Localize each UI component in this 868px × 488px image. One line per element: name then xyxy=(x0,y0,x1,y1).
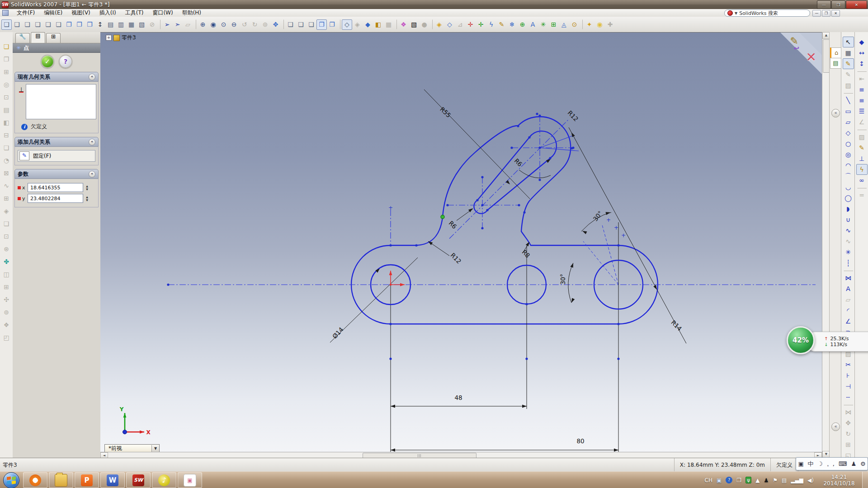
dimension-tool-icon[interactable]: ⊥ xyxy=(856,153,868,164)
ime-icon[interactable]: ☽ xyxy=(817,460,823,467)
vertical-scrollbar[interactable]: ▲ ▼ xyxy=(822,32,830,458)
sketch-tool-icon[interactable]: ⊣ xyxy=(843,381,854,392)
sketch-tool-icon[interactable]: ○ xyxy=(843,138,854,149)
help-button[interactable]: ? xyxy=(59,55,72,68)
toolbar-icon[interactable] xyxy=(394,19,397,29)
sketch-tool-icon[interactable]: ↖ xyxy=(843,37,854,47)
sketch-tool-icon[interactable]: ▭ xyxy=(843,106,854,117)
sketch-canvas[interactable]: ++++R55R12R6R6R12R830°30°Ø14R144880YX xyxy=(100,33,822,452)
sketch-tool-icon[interactable]: ┆ xyxy=(843,258,854,268)
toolbar-icon[interactable]: ❏ xyxy=(1,19,12,30)
dimension-tool-icon[interactable]: = xyxy=(856,190,868,201)
feature-tool-icon[interactable]: ❏ xyxy=(1,40,12,53)
toolbar-icon[interactable]: ⊙ xyxy=(569,19,580,30)
toolbar-icon[interactable]: ◇ xyxy=(342,19,352,30)
ime-icon[interactable]: ♟ xyxy=(851,460,856,467)
toolbar-icon[interactable]: ◉ xyxy=(208,19,218,30)
toolbar-icon[interactable]: ⊚ xyxy=(260,19,270,30)
toolbar-icon[interactable]: A xyxy=(528,19,538,30)
tray-icon[interactable]: ❐ xyxy=(736,477,741,483)
taskbar-app-button[interactable]: SW xyxy=(126,472,151,488)
collapse-chevron-icon[interactable]: « xyxy=(89,139,95,145)
dimension-tool-icon[interactable]: ↔ xyxy=(856,47,868,58)
cancel-sketch-icon[interactable]: ✕ xyxy=(806,50,816,65)
sketch-tool-icon[interactable]: ⊦ xyxy=(843,370,854,381)
feature-tool-icon[interactable]: ⊡ xyxy=(1,91,12,103)
toolbar-icon[interactable]: ▧ xyxy=(409,19,419,30)
sketch-tool-icon[interactable]: ✳ xyxy=(843,247,854,258)
feature-tool-icon[interactable]: ❏ xyxy=(1,217,12,230)
sketch-tool-icon[interactable]: ✎ xyxy=(843,69,854,80)
sketch-tool-icon[interactable]: ▦ xyxy=(843,47,854,58)
toolbar-icon[interactable]: ❏ xyxy=(53,19,64,30)
feature-tool-icon[interactable]: ❏ xyxy=(1,141,12,154)
feature-tool-icon[interactable]: ⊞ xyxy=(1,192,12,205)
toolbar-icon[interactable]: ❏ xyxy=(306,19,316,30)
tray-icon[interactable]: ▣ xyxy=(717,477,722,483)
child-restore-button[interactable]: ❐ xyxy=(822,10,830,17)
toolbar-icon[interactable]: ➢ xyxy=(162,19,172,30)
toolbar-icon[interactable]: ⊙ xyxy=(218,19,229,30)
menu-item[interactable]: 帮助(H) xyxy=(178,9,206,17)
toolbar-icon[interactable]: ● xyxy=(419,19,429,30)
ime-icon[interactable]: ⌨ xyxy=(839,460,847,467)
dimension-tool-icon[interactable]: ▨ xyxy=(856,131,868,142)
sketch-tool-icon[interactable]: ╲ xyxy=(843,95,854,106)
sketch-tool-icon[interactable]: ▱ xyxy=(843,294,854,305)
feature-tool-icon[interactable]: ⊞ xyxy=(1,281,12,293)
toolbar-icon[interactable]: ❐ xyxy=(327,19,337,30)
toolbar-icon[interactable] xyxy=(193,19,196,29)
minimize-button[interactable]: — xyxy=(817,0,831,9)
dimension-tool-icon[interactable]: ⇤ xyxy=(856,73,868,84)
tray-icon[interactable]: ▲ xyxy=(755,477,760,483)
toolbar-icon[interactable]: ❐ xyxy=(85,19,95,30)
feature-tool-icon[interactable]: ⊠ xyxy=(1,167,12,179)
toolbar-icon[interactable]: ❏ xyxy=(12,19,22,30)
task-pane-home-tab[interactable]: ⌂ xyxy=(830,47,842,58)
tray-icon[interactable]: ▂▄▆ xyxy=(791,477,803,483)
toolbar-icon[interactable]: ❏ xyxy=(43,19,53,30)
sketch-tool-icon[interactable] xyxy=(844,92,853,94)
sketch-tool-icon[interactable]: ┄ xyxy=(843,392,854,403)
toolbar-icon[interactable]: ▧ xyxy=(137,19,147,30)
dimension-tool-icon[interactable] xyxy=(857,70,867,72)
sketch-tool-icon[interactable]: ◗ xyxy=(843,203,854,214)
taskbar-app-button[interactable]: W xyxy=(100,472,125,488)
sketch-tool-icon[interactable] xyxy=(844,404,853,405)
horizontal-scrollbar[interactable]: ◄ ► xyxy=(100,452,822,458)
collapse-chevron-icon[interactable]: « xyxy=(89,171,95,178)
feature-tool-icon[interactable]: ⊞ xyxy=(1,66,12,78)
dimension-tool-icon[interactable]: ϟ xyxy=(856,164,868,175)
toolbar-icon[interactable] xyxy=(281,19,284,29)
toolbar-icon[interactable] xyxy=(429,19,433,29)
toolbar-icon[interactable] xyxy=(337,19,340,29)
collapse-toolbar-button[interactable]: « xyxy=(831,422,840,431)
collapse-chevron-icon[interactable]: « xyxy=(89,74,95,80)
ime-icon[interactable]: ▣ xyxy=(798,460,803,467)
dimension-tool-icon[interactable]: ∞ xyxy=(856,175,868,186)
toolbar-icon[interactable]: ◇ xyxy=(444,19,455,30)
tab-property-manager[interactable]: ▤ xyxy=(31,32,45,43)
show-desktop-button[interactable] xyxy=(862,472,868,488)
sketch-tool-icon[interactable]: ∿ xyxy=(843,236,854,247)
sketch-tool-icon[interactable]: ∿ xyxy=(843,225,854,236)
taskbar-app-button[interactable] xyxy=(23,472,47,488)
feature-tool-icon[interactable]: ▤ xyxy=(1,103,12,116)
dimension-tool-icon[interactable]: ≡ xyxy=(856,84,868,95)
menu-item[interactable]: 文件(F) xyxy=(12,9,39,17)
tray-icon[interactable]: ⚑ xyxy=(773,477,778,483)
toolbar-icon[interactable] xyxy=(157,19,160,29)
toolbar-icon[interactable]: ⊞ xyxy=(548,19,559,30)
chevron-down-icon[interactable]: ▼ xyxy=(735,11,737,15)
toolbar-icon[interactable]: ⊖ xyxy=(229,19,239,30)
dimension-tool-icon[interactable]: ☰ xyxy=(856,106,868,117)
dimension-tool-icon[interactable]: ↕ xyxy=(856,58,868,69)
parameters-header[interactable]: 参数 « xyxy=(14,169,99,179)
toolbar-icon[interactable]: ❏ xyxy=(285,19,296,30)
expand-tree-icon[interactable]: + xyxy=(106,35,112,41)
sketch-tool-icon[interactable]: ⋈ xyxy=(843,272,854,283)
toolbar-icon[interactable]: ◈ xyxy=(434,19,444,30)
menu-item[interactable]: 插入(I) xyxy=(95,9,121,17)
toolbar-icon[interactable]: ▤ xyxy=(105,19,116,30)
sketch-tool-icon[interactable]: ◯ xyxy=(843,192,854,203)
